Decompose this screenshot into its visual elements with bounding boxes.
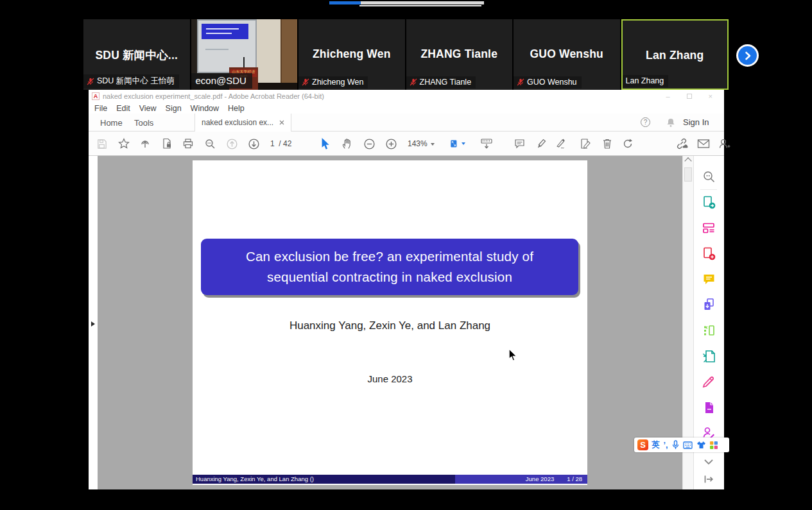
next-page-icon[interactable] (246, 136, 261, 151)
ime-toolbar: S 英 ’, (634, 438, 729, 452)
menu-help[interactable]: Help (228, 104, 245, 113)
zoom-level-dropdown[interactable]: 143% (408, 139, 435, 148)
page-number-field[interactable]: 1 / 42 (270, 139, 291, 148)
next-participants-button[interactable] (736, 44, 759, 67)
participant-label: Lan Zhang (623, 75, 669, 87)
tab-tools[interactable]: Tools (134, 118, 153, 128)
expand-pane-icon[interactable] (91, 321, 95, 327)
soft-keyboard-icon[interactable] (683, 441, 693, 449)
muted-mic-icon (302, 78, 309, 86)
compress-pdf-icon[interactable] (702, 350, 716, 363)
participant-tile-zhang-tianle[interactable]: ZHANG Tianle ZHANG Tianle (406, 19, 514, 90)
punctuation-icon[interactable]: ’, (664, 441, 668, 450)
find-icon[interactable] (202, 136, 218, 151)
participant-label: Zhicheng Wen (298, 76, 368, 89)
muted-mic-icon (517, 78, 524, 86)
microphone-icon[interactable] (671, 440, 680, 450)
comment-tool-icon[interactable] (702, 273, 716, 286)
menu-sign[interactable]: Sign (166, 104, 182, 113)
participant-tile-lan-zhang-active[interactable]: Lan Zhang Lan Zhang (621, 19, 729, 90)
chevron-right-icon (743, 51, 752, 60)
toolbox-grid-icon[interactable] (709, 441, 718, 450)
minimize-button[interactable]: – (666, 93, 669, 100)
fill-sign-icon[interactable] (578, 136, 593, 151)
navigation-pane-collapsed[interactable] (89, 156, 98, 489)
participant-label: econ@SDU (191, 73, 252, 89)
star-icon[interactable] (116, 136, 132, 151)
sign-in-button[interactable]: Sign In (683, 117, 709, 127)
slide-title-line1: Can exclusion be free? an experimental s… (246, 246, 533, 267)
combine-files-icon[interactable] (702, 298, 716, 311)
window-titlebar[interactable]: A naked exclusion experiment_scale.pdf -… (89, 90, 724, 103)
share-link-icon[interactable] (674, 136, 689, 151)
menu-window[interactable]: Window (191, 104, 219, 113)
skin-tshirt-icon[interactable] (696, 441, 706, 449)
zoom-in-icon[interactable] (383, 136, 399, 151)
request-esign-icon[interactable] (702, 401, 716, 414)
slide-title-line2: sequential contracting in naked exclusio… (267, 267, 512, 287)
help-icon[interactable]: ? (641, 117, 650, 127)
fill-and-sign-icon[interactable] (702, 375, 716, 389)
participant-tile-guo-wenshu[interactable]: GUO Wenshu GUO Wenshu (514, 19, 621, 90)
hand-tool-icon[interactable] (340, 136, 355, 151)
menu-file[interactable]: File (94, 104, 107, 113)
search-icon[interactable] (702, 170, 716, 183)
participant-tile-econ[interactable]: 山东大学经济学院 econ@SDU (191, 19, 299, 90)
participant-name: GUO Wenshu (514, 47, 620, 61)
protect-file-icon[interactable] (159, 136, 175, 151)
toolbar: 1 / 42 143% (89, 132, 724, 156)
close-tab-icon[interactable] (279, 120, 284, 125)
select-tool-icon[interactable] (318, 136, 333, 151)
muted-mic-icon (87, 78, 94, 85)
create-pdf-icon[interactable] (702, 247, 716, 260)
share-file-icon[interactable] (137, 136, 153, 151)
highlight-icon[interactable] (533, 136, 549, 151)
participant-strip: SDU 新闻中心... SDU 新闻中心 王怡萌 山东大学经济学院 econ@S… (83, 19, 729, 90)
slide-footer-authors: Huanxing Yang, Zexin Ye, and Lan Zhang (… (193, 475, 455, 484)
participant-tile-zhicheng[interactable]: Zhicheng Wen Zhicheng Wen (298, 19, 406, 90)
participant-tile-sdu[interactable]: SDU 新闻中心... SDU 新闻中心 王怡萌 (83, 19, 191, 90)
scrollbar-thumb[interactable] (684, 167, 692, 182)
print-icon[interactable] (180, 136, 196, 151)
sogou-logo-icon[interactable]: S (637, 439, 648, 450)
comment-icon[interactable] (512, 136, 527, 151)
projected-slide-title (202, 24, 248, 39)
participant-name: Zhicheng Wen (298, 47, 405, 61)
menu-edit[interactable]: Edit (116, 104, 130, 113)
projector-screen (197, 19, 257, 73)
slide-title-box: Can exclusion be free? an experimental s… (201, 239, 578, 295)
open-tools-panel-icon[interactable] (704, 475, 717, 488)
sign-pen-icon[interactable] (553, 136, 569, 151)
pdf-page[interactable]: Can exclusion be free? an experimental s… (193, 160, 587, 485)
save-icon[interactable] (94, 136, 109, 151)
invite-user-icon[interactable] (716, 136, 732, 151)
organize-pages-icon[interactable] (702, 324, 716, 337)
slide-authors: Huanxing Yang, Zexin Ye, and Lan Zhang (193, 319, 587, 332)
wooden-door (281, 19, 297, 90)
page-fit-icon[interactable] (450, 136, 465, 151)
scrolling-mode-icon[interactable] (479, 136, 494, 151)
participant-name: SDU 新闻中心... (83, 47, 190, 63)
zoom-out-icon[interactable] (361, 136, 377, 151)
previous-page-icon[interactable] (224, 136, 239, 151)
close-button[interactable]: × (709, 93, 713, 100)
notifications-bell-icon[interactable] (666, 117, 676, 128)
export-pdf-icon[interactable] (702, 196, 716, 209)
language-mode-icon[interactable]: 英 (652, 439, 661, 450)
top-progress-blue-segment (329, 1, 361, 4)
tab-home[interactable]: Home (100, 118, 123, 128)
tab-document[interactable]: naked exclusion ex... (194, 114, 291, 132)
menu-view[interactable]: View (139, 104, 157, 113)
refresh-icon[interactable] (620, 136, 635, 151)
slide-footer: Huanxing Yang, Zexin Ye, and Lan Zhang (… (193, 475, 587, 484)
delete-icon[interactable] (600, 136, 615, 151)
top-white-line (359, 5, 481, 6)
participant-name: Lan Zhang (623, 49, 728, 62)
more-tools-chevron-icon[interactable] (704, 456, 717, 470)
scroll-up-icon[interactable] (684, 157, 691, 164)
participant-label: SDU 新闻中心 王怡萌 (83, 74, 179, 89)
document-canvas[interactable]: Can exclusion be free? an experimental s… (98, 156, 682, 489)
edit-pdf-icon[interactable] (702, 221, 716, 235)
email-icon[interactable] (696, 136, 711, 151)
restore-button[interactable] (687, 94, 692, 99)
